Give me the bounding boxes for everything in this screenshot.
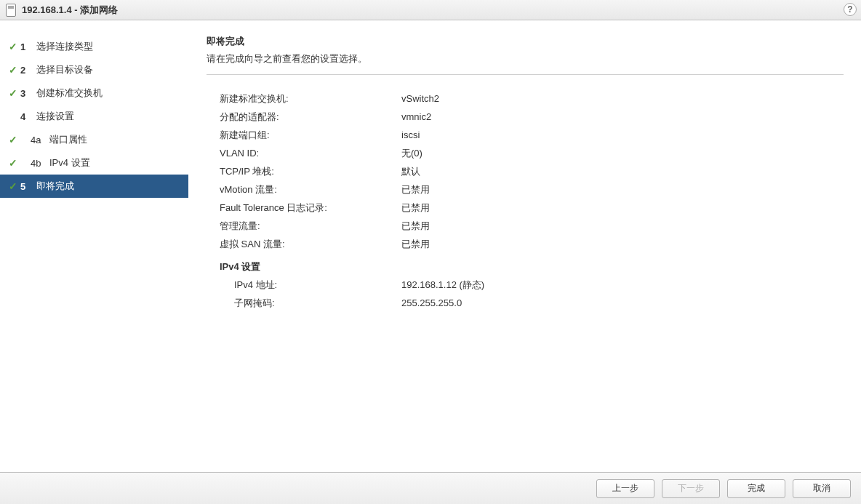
wizard-step-2[interactable]: ✓2选择目标设备 — [0, 58, 188, 81]
summary-label: vMotion 流量: — [220, 180, 401, 199]
summary-row: 新建端口组:iscsi — [220, 126, 844, 144]
summary-label: 新建端口组: — [220, 126, 401, 144]
step-number: 4b — [31, 158, 49, 169]
summary-value: 已禁用 — [401, 217, 844, 235]
wizard-step-1[interactable]: ✓1选择连接类型 — [0, 35, 188, 58]
summary-row: 新建标准交换机:vSwitch2 — [220, 89, 844, 108]
device-icon — [6, 4, 16, 17]
titlebar: 192.168.1.4 - 添加网络 ? — [0, 0, 861, 20]
wizard-step-4[interactable]: ✓4连接设置 — [0, 105, 188, 128]
summary-label: 新建标准交换机: — [220, 89, 401, 108]
summary-label: 虚拟 SAN 流量: — [220, 235, 401, 253]
wizard-footer: 上一步 下一步 完成 取消 — [0, 472, 861, 504]
finish-button[interactable]: 完成 — [727, 479, 785, 498]
content-subtitle: 请在完成向导之前查看您的设置选择。 — [207, 52, 844, 65]
summary-row: 子网掩码:255.255.255.0 — [220, 294, 844, 312]
summary-value: iscsi — [401, 126, 844, 144]
summary-value: 已禁用 — [401, 199, 844, 217]
wizard-sidebar: ✓1选择连接类型✓2选择目标设备✓3创建标准交换机✓4连接设置✓4a端口属性✓4… — [0, 20, 189, 471]
back-button[interactable]: 上一步 — [596, 479, 654, 498]
check-icon: ✓ — [6, 157, 20, 169]
summary-label: VLAN ID: — [220, 144, 401, 162]
summary-label: 分配的适配器: — [220, 108, 401, 126]
wizard-content: 即将完成 请在完成向导之前查看您的设置选择。 新建标准交换机:vSwitch2分… — [189, 20, 861, 471]
step-label: IPv4 设置 — [49, 156, 90, 169]
wizard-step-4b[interactable]: ✓4bIPv4 设置 — [0, 151, 188, 175]
step-number: 3 — [20, 88, 36, 99]
main-area: ✓1选择连接类型✓2选择目标设备✓3创建标准交换机✓4连接设置✓4a端口属性✓4… — [0, 20, 861, 471]
summary-row: 虚拟 SAN 流量:已禁用 — [220, 235, 844, 253]
ipv4-section-title: IPv4 设置 — [220, 257, 844, 276]
summary-value: 255.255.255.0 — [401, 294, 844, 312]
summary-row: vMotion 流量:已禁用 — [220, 180, 844, 199]
wizard-step-4a[interactable]: ✓4a端口属性 — [0, 128, 188, 151]
summary-label: 子网掩码: — [220, 294, 401, 312]
step-label: 创建标准交换机 — [36, 87, 103, 100]
check-icon: ✓ — [6, 41, 20, 52]
summary-row: TCP/IP 堆栈:默认 — [220, 162, 844, 180]
summary-row: 管理流量:已禁用 — [220, 217, 844, 235]
summary-row: IPv4 地址:192.168.1.12 (静态) — [220, 276, 844, 294]
summary-value: 已禁用 — [401, 180, 844, 199]
step-label: 选择目标设备 — [36, 63, 93, 76]
check-icon: ✓ — [6, 134, 20, 145]
step-label: 端口属性 — [49, 133, 87, 146]
cancel-button[interactable]: 取消 — [793, 479, 851, 498]
wizard-step-5[interactable]: ✓5即将完成 — [0, 175, 188, 198]
summary-row: 分配的适配器:vmnic2 — [220, 108, 844, 126]
summary-value: 无(0) — [401, 144, 844, 162]
summary-label: 管理流量: — [220, 217, 401, 235]
step-label: 连接设置 — [36, 110, 74, 123]
check-icon: ✓ — [6, 87, 20, 99]
window-title: 192.168.1.4 - 添加网络 — [22, 4, 118, 17]
check-icon: ✓ — [6, 180, 20, 192]
summary-row: VLAN ID:无(0) — [220, 144, 844, 162]
step-number: 5 — [20, 181, 36, 192]
wizard-step-3[interactable]: ✓3创建标准交换机 — [0, 81, 188, 105]
step-label: 即将完成 — [36, 180, 74, 193]
divider — [207, 74, 844, 75]
check-icon: ✓ — [6, 64, 20, 76]
summary-label: IPv4 地址: — [220, 276, 401, 294]
summary-value: 192.168.1.12 (静态) — [401, 276, 844, 294]
summary-value: 默认 — [401, 162, 844, 180]
summary-section: 新建标准交换机:vSwitch2分配的适配器:vmnic2新建端口组:iscsi… — [207, 89, 844, 312]
step-label: 选择连接类型 — [36, 40, 93, 53]
summary-label: Fault Tolerance 日志记录: — [220, 199, 401, 217]
step-number: 4a — [31, 135, 49, 145]
step-number: 2 — [20, 65, 36, 76]
summary-value: 已禁用 — [401, 235, 844, 253]
help-icon[interactable]: ? — [844, 3, 857, 16]
step-number: 1 — [20, 41, 36, 52]
summary-value: vmnic2 — [401, 108, 844, 126]
step-number: 4 — [20, 111, 36, 122]
summary-row: Fault Tolerance 日志记录:已禁用 — [220, 199, 844, 217]
next-button: 下一步 — [662, 479, 720, 498]
content-title: 即将完成 — [207, 35, 844, 48]
summary-label: TCP/IP 堆栈: — [220, 162, 401, 180]
summary-value: vSwitch2 — [401, 89, 844, 108]
